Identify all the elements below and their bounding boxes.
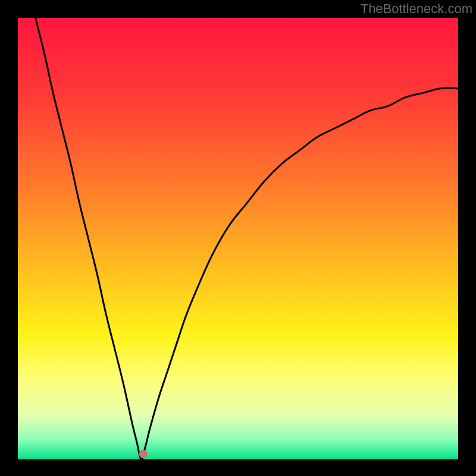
minimum-marker bbox=[139, 450, 148, 458]
chart-gradient-background bbox=[18, 18, 458, 459]
chart-svg bbox=[0, 0, 476, 476]
bottleneck-chart: TheBottleneck.com bbox=[0, 0, 476, 476]
attribution-label: TheBottleneck.com bbox=[361, 1, 472, 17]
